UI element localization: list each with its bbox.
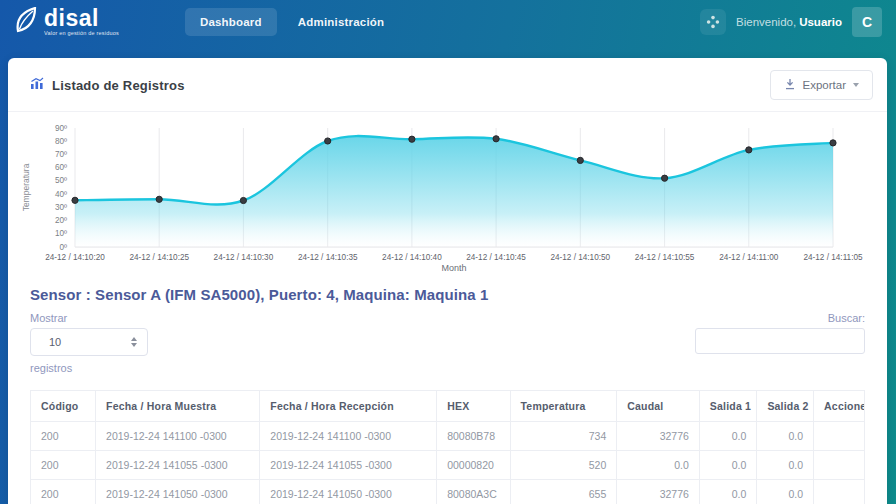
table-row: 2002019-12-24 141055 -03002019-12-24 141… — [31, 451, 865, 480]
brand-tagline: Valor en gestión de residuos — [44, 31, 119, 37]
nav-item-administracion[interactable]: Administración — [283, 8, 400, 36]
page-size-select[interactable]: 10 — [30, 328, 148, 356]
table-cell: 2019-12-24 141055 -0300 — [96, 451, 260, 480]
svg-text:24-12 / 14:10:40: 24-12 / 14:10:40 — [382, 253, 442, 262]
leaf-icon — [14, 7, 38, 37]
column-header-6[interactable]: Salida 1 — [699, 391, 757, 422]
svg-text:Month: Month — [441, 263, 466, 273]
card-header: Listado de Registros Exportar — [8, 58, 887, 112]
card-title: Listado de Registros — [52, 78, 185, 93]
svg-text:24-12 / 14:10:35: 24-12 / 14:10:35 — [298, 253, 358, 262]
column-header-4[interactable]: Temperatura — [510, 391, 617, 422]
table-cell: 80080B78 — [437, 422, 510, 451]
table-cell: 2019-12-24 141100 -0300 — [96, 422, 260, 451]
table-cell: 2019-12-24 141050 -0300 — [260, 480, 437, 504]
nav-item-dashboard[interactable]: Dashboard — [185, 8, 277, 36]
svg-text:24-12 / 14:10:20: 24-12 / 14:10:20 — [45, 253, 105, 262]
table-cell — [814, 422, 865, 451]
table-cell: 00000820 — [437, 451, 510, 480]
records-card: Listado de Registros Exportar 0º10º20º30… — [8, 58, 887, 504]
table-cell: 0.0 — [617, 451, 700, 480]
table-header-row: CódigoFecha / Hora MuestraFecha / Hora R… — [31, 391, 865, 422]
export-label: Exportar — [803, 79, 846, 91]
length-control: Mostrar 10 registros — [30, 312, 148, 374]
column-header-1[interactable]: Fecha / Hora Muestra — [96, 391, 260, 422]
column-header-8[interactable]: Acciones — [814, 391, 865, 422]
svg-text:80º: 80º — [55, 137, 67, 146]
svg-text:24-12 / 14:11:05: 24-12 / 14:11:05 — [803, 253, 862, 262]
column-header-5[interactable]: Caudal — [617, 391, 700, 422]
table-cell: 2019-12-24 141055 -0300 — [260, 451, 437, 480]
svg-text:Temperatura: Temperatura — [21, 163, 31, 211]
table-cell: 32776 — [617, 480, 700, 504]
table-cell: 32776 — [617, 422, 700, 451]
table-controls: Mostrar 10 registros Buscar: — [8, 303, 887, 382]
username: Usuario — [799, 16, 842, 28]
svg-text:50º: 50º — [55, 176, 67, 185]
table-cell: 0.0 — [757, 451, 814, 480]
table-row: 2002019-12-24 141100 -03002019-12-24 141… — [31, 422, 865, 451]
table-cell: 520 — [510, 451, 617, 480]
export-button[interactable]: Exportar — [770, 70, 873, 100]
svg-text:0º: 0º — [59, 243, 67, 252]
table-cell: 2019-12-24 141050 -0300 — [96, 480, 260, 504]
table-cell: 80080A3C — [437, 480, 510, 504]
column-header-0[interactable]: Código — [31, 391, 96, 422]
column-header-3[interactable]: HEX — [437, 391, 510, 422]
table-cell: 655 — [510, 480, 617, 504]
table-cell — [814, 480, 865, 504]
search-input[interactable] — [695, 328, 865, 354]
chart-area: 0º10º20º30º40º50º60º70º80º90º24-12 / 14:… — [8, 112, 887, 278]
records-table-wrap: CódigoFecha / Hora MuestraFecha / Hora R… — [8, 382, 887, 504]
svg-text:20º: 20º — [55, 216, 67, 225]
table-cell: 734 — [510, 422, 617, 451]
table-cell: 200 — [31, 422, 96, 451]
top-navbar: disal Valor en gestión de residuos Dashb… — [0, 0, 896, 44]
table-cell: 0.0 — [699, 422, 757, 451]
records-table: CódigoFecha / Hora MuestraFecha / Hora R… — [30, 390, 865, 504]
svg-text:90º: 90º — [55, 124, 67, 133]
table-cell: 0.0 — [757, 480, 814, 504]
search-label: Buscar: — [828, 312, 865, 324]
svg-text:60º: 60º — [55, 163, 67, 172]
svg-text:10º: 10º — [55, 229, 67, 238]
dots-menu-icon[interactable] — [700, 9, 726, 35]
table-cell: 200 — [31, 480, 96, 504]
chart-icon — [30, 76, 44, 94]
table-cell: 2019-12-24 141100 -0300 — [260, 422, 437, 451]
nav-menu: Dashboard Administración — [185, 8, 399, 36]
records-label: registros — [30, 362, 148, 374]
table-cell: 0.0 — [699, 451, 757, 480]
svg-text:24-12 / 14:10:55: 24-12 / 14:10:55 — [635, 253, 695, 262]
svg-text:24-12 / 14:10:50: 24-12 / 14:10:50 — [550, 253, 610, 262]
column-header-2[interactable]: Fecha / Hora Recepción — [260, 391, 437, 422]
table-cell: 0.0 — [757, 422, 814, 451]
nav-right: Bienvenido,Usuario C — [700, 7, 882, 37]
chevron-down-icon — [853, 83, 859, 87]
svg-text:40º: 40º — [55, 190, 67, 199]
table-cell: 0.0 — [699, 480, 757, 504]
sensor-heading: Sensor : Sensor A (IFM SA5000), Puerto: … — [8, 278, 887, 303]
user-avatar[interactable]: C — [852, 7, 882, 37]
show-label: Mostrar — [30, 312, 148, 324]
welcome-text: Bienvenido,Usuario — [736, 16, 842, 28]
page-size-value: 10 — [49, 336, 131, 348]
select-arrows-icon — [131, 337, 137, 347]
svg-text:24-12 / 14:10:30: 24-12 / 14:10:30 — [214, 253, 274, 262]
search-control: Buscar: — [695, 312, 865, 354]
brand-name: disal — [44, 7, 119, 30]
table-row: 2002019-12-24 141050 -03002019-12-24 141… — [31, 480, 865, 504]
column-header-7[interactable]: Salida 2 — [757, 391, 814, 422]
disal-logo[interactable]: disal Valor en gestión de residuos — [14, 7, 119, 37]
svg-text:30º: 30º — [55, 203, 67, 212]
svg-text:24-12 / 14:10:25: 24-12 / 14:10:25 — [129, 253, 189, 262]
table-cell: 200 — [31, 451, 96, 480]
svg-text:24-12 / 14:10:45: 24-12 / 14:10:45 — [466, 253, 526, 262]
table-cell — [814, 451, 865, 480]
svg-text:24-12 / 14:11:00: 24-12 / 14:11:00 — [719, 253, 778, 262]
svg-text:70º: 70º — [55, 150, 67, 159]
download-icon — [784, 78, 796, 92]
temperature-chart: 0º10º20º30º40º50º60º70º80º90º24-12 / 14:… — [16, 114, 878, 274]
